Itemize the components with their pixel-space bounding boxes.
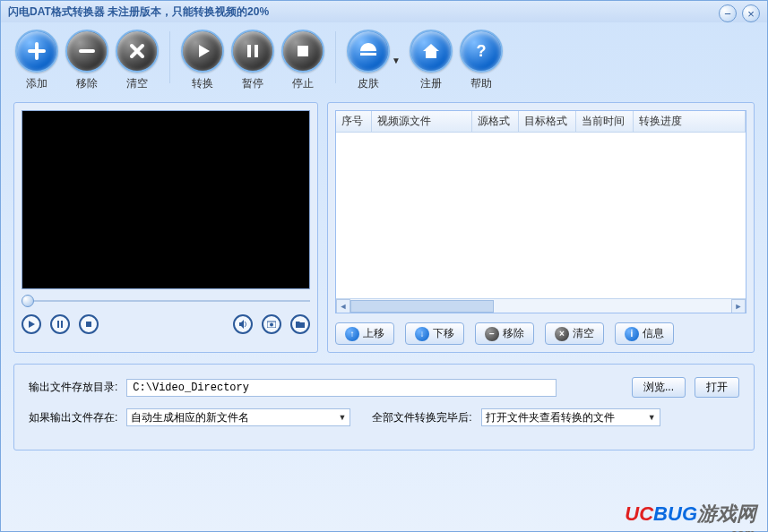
browse-button[interactable]: 浏览... [632, 377, 686, 398]
seek-slider[interactable] [22, 295, 310, 307]
table-header: 序号 视频源文件 源格式 目标格式 当前时间 转换进度 [336, 111, 746, 133]
options-row: 如果输出文件存在: 自动生成相应的新文件名 ▼ 全部文件转换完毕后: 打开文件夹… [29, 408, 739, 426]
slider-thumb[interactable] [22, 295, 34, 307]
preview-play-button[interactable] [22, 314, 41, 334]
exists-label: 如果输出文件存在: [29, 410, 117, 425]
move-down-label: 下移 [433, 326, 454, 341]
convert-button[interactable]: 转换 [181, 30, 224, 91]
question-icon: ? [460, 30, 503, 73]
col-progress[interactable]: 转换进度 [634, 111, 746, 132]
separator [169, 31, 170, 83]
move-up-label: 上移 [363, 326, 384, 341]
file-list-panel: 序号 视频源文件 源格式 目标格式 当前时间 转换进度 ◄ ► ↑ 上移 [327, 102, 755, 353]
col-index[interactable]: 序号 [336, 111, 372, 132]
scroll-thumb[interactable] [350, 300, 494, 313]
main-area: 序号 视频源文件 源格式 目标格式 当前时间 转换进度 ◄ ► ↑ 上移 [1, 102, 767, 353]
output-settings-panel: 输出文件存放目录: 浏览... 打开 如果输出文件存在: 自动生成相应的新文件名… [13, 364, 755, 450]
move-down-button[interactable]: ↓ 下移 [405, 322, 464, 345]
slider-track [34, 300, 310, 302]
output-dir-label: 输出文件存放目录: [29, 380, 117, 395]
after-label: 全部文件转换完毕后: [372, 410, 471, 425]
remove-button[interactable]: 移除 [65, 30, 108, 91]
svg-rect-5 [57, 321, 59, 328]
file-table: 序号 视频源文件 源格式 目标格式 当前时间 转换进度 ◄ ► [335, 110, 746, 313]
exists-value: 自动生成相应的新文件名 [131, 410, 249, 425]
stop-label: 停止 [292, 76, 314, 91]
app-title: 闪电DAT格式转换器 未注册版本，只能转换视频的20% [8, 4, 269, 20]
plus-icon [15, 30, 58, 73]
col-time[interactable]: 当前时间 [576, 111, 634, 132]
svg-text:?: ? [476, 42, 486, 60]
list-buttons: ↑ 上移 ↓ 下移 − 移除 × 清空 i 信息 [335, 322, 746, 345]
col-source[interactable]: 视频源文件 [372, 111, 472, 132]
close-button[interactable]: × [742, 4, 760, 22]
preview-controls [22, 314, 310, 334]
list-remove-label: 移除 [503, 326, 524, 341]
add-button[interactable]: 添加 [15, 30, 58, 91]
help-button[interactable]: ? 帮助 [460, 30, 503, 91]
x-icon [116, 30, 159, 73]
skin-dropdown-arrow[interactable]: ▼ [392, 56, 401, 65]
svg-rect-6 [61, 321, 63, 328]
scroll-right-arrow[interactable]: ► [731, 299, 746, 313]
skin-button[interactable]: 皮肤 [347, 30, 390, 91]
preview-pause-button[interactable] [50, 314, 70, 334]
main-toolbar: 添加 移除 清空 转换 暂停 [1, 22, 767, 102]
stop-button[interactable]: 停止 [281, 30, 324, 91]
scroll-left-arrow[interactable]: ◄ [336, 299, 350, 313]
convert-label: 转换 [192, 76, 213, 91]
svg-rect-0 [247, 45, 251, 57]
after-select[interactable]: 打开文件夹查看转换的文件 ▼ [481, 408, 660, 426]
register-label: 注册 [420, 76, 442, 91]
minimize-button[interactable]: − [719, 4, 737, 22]
svg-rect-1 [255, 45, 258, 57]
svg-point-9 [270, 323, 273, 327]
arrow-up-icon: ↑ [345, 327, 359, 341]
volume-button[interactable] [233, 314, 253, 334]
add-label: 添加 [26, 76, 47, 91]
list-remove-button[interactable]: − 移除 [475, 322, 534, 345]
list-clear-button[interactable]: × 清空 [545, 322, 604, 345]
col-src-format[interactable]: 源格式 [472, 111, 519, 132]
minus-icon [65, 30, 108, 73]
home-icon [410, 30, 453, 73]
pause-label: 暂停 [242, 76, 263, 91]
open-folder-button[interactable]: 打开 [695, 377, 739, 398]
folder-button[interactable] [290, 314, 310, 334]
info-button[interactable]: i 信息 [615, 322, 674, 345]
move-up-button[interactable]: ↑ 上移 [335, 322, 394, 345]
separator [335, 31, 336, 83]
horizontal-scrollbar[interactable]: ◄ ► [336, 298, 746, 313]
stop-icon [281, 30, 324, 73]
after-value: 打开文件夹查看转换的文件 [486, 410, 615, 425]
preview-stop-button[interactable] [79, 314, 99, 334]
watermark-bug: BUG [653, 502, 697, 526]
x-icon: × [555, 327, 569, 341]
remove-label: 移除 [76, 76, 98, 91]
col-dst-format[interactable]: 目标格式 [519, 111, 576, 132]
pause-button[interactable]: 暂停 [231, 30, 274, 91]
app-window: 闪电DAT格式转换器 未注册版本，只能转换视频的20% − × 添加 移除 清空 [0, 0, 768, 532]
watermark-cn: 游戏网 [697, 501, 756, 528]
skin-label: 皮肤 [358, 76, 379, 91]
window-controls: − × [719, 4, 760, 22]
video-preview [22, 110, 310, 289]
watermark-uc: UC [625, 502, 653, 526]
info-label: 信息 [643, 326, 664, 341]
preview-panel [13, 102, 318, 353]
info-icon: i [625, 327, 639, 341]
exists-select[interactable]: 自动生成相应的新文件名 ▼ [126, 408, 350, 426]
minus-icon: − [485, 327, 499, 341]
register-button[interactable]: 注册 [410, 30, 453, 91]
pause-icon [231, 30, 274, 73]
clear-button[interactable]: 清空 [116, 30, 159, 91]
chevron-down-icon: ▼ [648, 413, 656, 422]
watermark-dotcom: .com [728, 527, 755, 532]
arrow-down-icon: ↓ [415, 327, 429, 341]
snapshot-button[interactable] [262, 314, 281, 334]
chevron-down-icon: ▼ [338, 413, 346, 422]
output-dir-input[interactable] [126, 379, 557, 397]
clear-label: 清空 [126, 76, 148, 91]
play-icon [181, 30, 224, 73]
svg-rect-7 [86, 322, 91, 327]
